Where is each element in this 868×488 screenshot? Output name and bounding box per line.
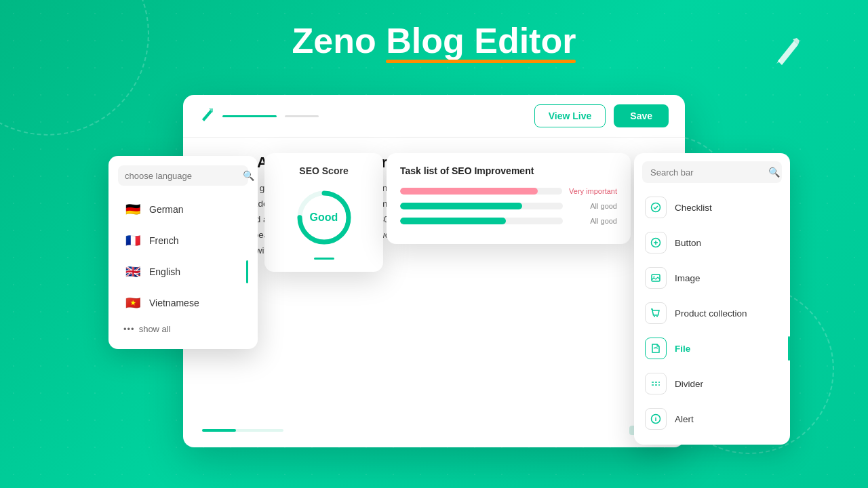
seo-tasks-title: Task list of SEO Improvement	[400, 165, 617, 176]
editor-bottom-bar	[202, 426, 666, 435]
file-label: File	[675, 344, 690, 354]
title-part1: Zeno	[292, 21, 387, 60]
image-label: Image	[675, 273, 701, 283]
title-highlight: Blog Editor	[386, 21, 576, 60]
task-bar-fill-3	[400, 218, 506, 224]
page-title-container: Zeno Blog Editor	[0, 22, 868, 60]
language-item-french[interactable]: 🇫🇷 French	[118, 225, 248, 256]
scroll-thumb	[202, 429, 236, 432]
task-bar-wrap-3	[400, 218, 563, 224]
divider-label: Divider	[675, 379, 703, 389]
svg-point-9	[656, 316, 658, 317]
seo-tasks-panel: Task list of SEO Improvement Very import…	[387, 153, 631, 244]
seo-score-label: Good	[310, 211, 338, 224]
editor-card: View Live Save o Grow An Awesome Beard: …	[183, 95, 685, 447]
widget-item-file[interactable]: File	[634, 331, 790, 366]
widget-item-checklist[interactable]: Checklist	[634, 190, 790, 225]
language-search-bar[interactable]: 🔍	[118, 165, 248, 186]
alert-icon	[645, 408, 667, 430]
task-bar-fill-2	[400, 203, 522, 209]
ellipsis-icon: •••	[123, 324, 135, 334]
language-item-vietnamese[interactable]: 🇻🇳 Vietnamese	[118, 287, 248, 319]
widget-item-button[interactable]: Button	[634, 225, 790, 260]
toolbar-line	[222, 115, 277, 117]
task-label-1: Very important	[569, 187, 617, 195]
button-label: Button	[675, 238, 701, 248]
alert-label: Alert	[675, 414, 694, 424]
seo-circle: Good	[294, 187, 355, 248]
german-flag: 🇩🇪	[123, 200, 142, 219]
seo-circle-wrap: Good	[275, 187, 372, 248]
widget-item-image[interactable]: Image	[634, 260, 790, 296]
view-live-button[interactable]: View Live	[534, 104, 606, 127]
toolbar-line-sm	[285, 115, 319, 117]
toolbar-actions: View Live Save	[534, 104, 669, 127]
seo-score-panel: SEO Score Good	[264, 153, 383, 272]
language-panel: 🔍 🇩🇪 German 🇫🇷 French 🇬🇧 English 🇻🇳 Viet…	[108, 156, 258, 349]
vietnamese-label: Vietnamese	[149, 298, 199, 308]
task-bar-fill-1	[400, 188, 538, 195]
widget-panel: 🔍 Checklist Button Ima	[634, 153, 790, 445]
divider-icon	[645, 373, 667, 394]
widget-item-divider[interactable]: Divider	[634, 366, 790, 401]
scroll-track[interactable]	[202, 429, 283, 432]
widget-search-bar[interactable]: 🔍	[642, 161, 782, 183]
product-collection-label: Product collection	[675, 308, 747, 319]
task-label-3: All good	[570, 217, 617, 225]
checklist-icon	[645, 197, 667, 218]
search-icon: 🔍	[243, 170, 254, 181]
french-label: French	[149, 235, 179, 246]
pen-icon	[771, 35, 804, 70]
checklist-label: Checklist	[675, 203, 712, 213]
show-all-languages[interactable]: ••• show all	[118, 319, 248, 340]
seo-score-title: SEO Score	[275, 165, 372, 176]
seo-dash	[314, 258, 334, 260]
button-icon	[645, 232, 667, 253]
task-row-2: All good	[400, 202, 617, 210]
page-title: Zeno Blog Editor	[0, 22, 868, 60]
file-icon	[645, 338, 667, 359]
editor-toolbar: View Live Save	[183, 95, 685, 138]
widget-search-icon: 🔍	[768, 167, 780, 178]
english-flag: 🇬🇧	[123, 262, 142, 281]
image-icon	[645, 267, 667, 289]
show-all-label: show all	[139, 324, 171, 334]
language-search-input[interactable]	[125, 171, 239, 181]
vietnamese-flag: 🇻🇳	[123, 293, 142, 312]
german-label: German	[149, 204, 184, 215]
task-bar-wrap-2	[400, 203, 563, 209]
task-row-3: All good	[400, 217, 617, 225]
task-bar-wrap-1	[400, 188, 562, 195]
deco-line-1	[0, 0, 149, 136]
toolbar-left	[199, 107, 319, 125]
product-collection-icon	[645, 302, 667, 324]
language-item-german[interactable]: 🇩🇪 German	[118, 194, 248, 225]
english-label: English	[149, 266, 180, 277]
language-item-english[interactable]: 🇬🇧 English	[118, 256, 248, 287]
svg-point-14	[655, 417, 656, 418]
toolbar-logo-icon	[199, 107, 214, 125]
widget-search-input[interactable]	[650, 167, 764, 178]
svg-point-8	[654, 316, 655, 317]
save-button[interactable]: Save	[614, 104, 669, 127]
french-flag: 🇫🇷	[123, 231, 142, 250]
task-label-2: All good	[570, 202, 617, 210]
svg-point-7	[654, 277, 655, 278]
task-row-1: Very important	[400, 187, 617, 195]
widget-item-product-collection[interactable]: Product collection	[634, 296, 790, 331]
widget-item-alert[interactable]: Alert	[634, 401, 790, 436]
